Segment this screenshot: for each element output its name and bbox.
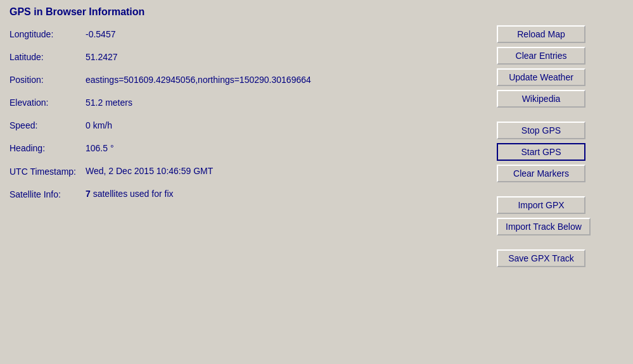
longitude-row: Longtitude: -0.5457 (10, 25, 490, 48)
latitude-value: 51.2427 (86, 52, 118, 62)
info-panel: Longtitude: -0.5457 Latitude: 51.2427 Po… (10, 25, 490, 358)
longitude-label: Longtitude: (10, 29, 86, 39)
wikipedia-button[interactable]: Wikipedia (497, 90, 585, 108)
longitude-value: -0.5457 (86, 29, 115, 39)
clear-markers-button[interactable]: Clear Markers (497, 165, 585, 182)
position-row: Position: eastings=501609.42945056,north… (10, 71, 490, 94)
position-value: eastings=501609.42945056,northings=15029… (86, 75, 311, 85)
satellite-row: Satellite Info: 7 satellites used for fi… (10, 185, 490, 213)
heading-value: 106.5 ° (86, 143, 114, 153)
latitude-label: Latitude: (10, 52, 86, 62)
satellite-count: 7 (86, 189, 91, 199)
reload-map-button[interactable]: Reload Map (497, 25, 585, 43)
buttons-panel: Reload Map Clear Entries Update Weather … (497, 25, 623, 358)
page-title: GPS in Browser Information (10, 6, 623, 18)
import-gpx-button[interactable]: Import GPX (497, 196, 585, 214)
speed-value: 0 km/h (86, 120, 112, 130)
stop-gps-button[interactable]: Stop GPS (497, 122, 585, 139)
speed-row: Speed: 0 km/h (10, 116, 490, 139)
utc-value: Wed, 2 Dec 2015 10:46:59 GMT (86, 166, 213, 176)
position-label: Position: (10, 75, 86, 85)
content-area: Longtitude: -0.5457 Latitude: 51.2427 Po… (10, 25, 623, 358)
elevation-row: Elevation: 51.2 meters (10, 94, 490, 116)
save-gpx-track-button[interactable]: Save GPX Track (497, 249, 585, 267)
utc-row: UTC Timestamp: Wed, 2 Dec 2015 10:46:59 … (10, 162, 490, 185)
elevation-value: 51.2 meters (86, 97, 132, 108)
satellite-suffix: satellites used for fix (91, 189, 174, 199)
utc-label: UTC Timestamp: (10, 166, 86, 177)
satellite-label: Satellite Info: (10, 189, 86, 200)
start-gps-button[interactable]: Start GPS (497, 143, 585, 161)
update-weather-button[interactable]: Update Weather (497, 68, 585, 86)
main-container: GPS in Browser Information Longtitude: -… (0, 0, 633, 364)
heading-label: Heading: (10, 143, 86, 153)
satellite-value: 7 satellites used for fix (86, 189, 174, 199)
import-track-below-button[interactable]: Import Track Below (497, 218, 591, 235)
speed-label: Speed: (10, 120, 86, 130)
elevation-label: Elevation: (10, 97, 86, 108)
latitude-row: Latitude: 51.2427 (10, 48, 490, 71)
heading-row: Heading: 106.5 ° (10, 139, 490, 162)
clear-entries-button[interactable]: Clear Entries (497, 47, 585, 65)
